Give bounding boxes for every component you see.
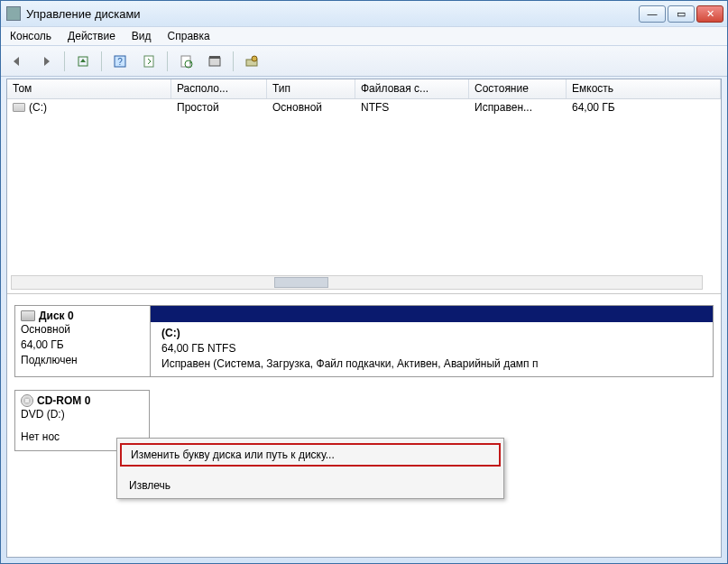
- disk-settings-icon: [244, 54, 259, 69]
- props-button[interactable]: [204, 51, 226, 72]
- disk-diagram: Диск 0 Основной 64,00 ГБ Подключен (C:) …: [7, 296, 721, 557]
- help-icon: ?: [113, 54, 127, 69]
- props-icon: [207, 54, 222, 69]
- minimize-button[interactable]: —: [639, 5, 666, 23]
- toolbar: ?: [1, 46, 727, 77]
- arrow-right-icon: [39, 54, 53, 69]
- menu-console[interactable]: Консоль: [10, 30, 51, 42]
- menu-action[interactable]: Действие: [68, 30, 115, 42]
- separator: [101, 51, 102, 71]
- col-fs[interactable]: Файловая с...: [355, 79, 469, 98]
- partition-volume: (C:): [161, 327, 180, 339]
- up-icon: [76, 54, 90, 69]
- refresh-list-button[interactable]: [138, 51, 160, 72]
- settings-button[interactable]: [241, 51, 263, 72]
- partition-header: [151, 306, 713, 322]
- separator: [167, 51, 168, 71]
- volume-status: Исправен...: [469, 101, 567, 117]
- disk-0-row[interactable]: Диск 0 Основной 64,00 ГБ Подключен (C:) …: [14, 305, 714, 377]
- partition-status: Исправен (Система, Загрузка, Файл подкач…: [161, 357, 538, 370]
- close-button[interactable]: ✕: [696, 5, 723, 23]
- menu-view[interactable]: Вид: [132, 30, 152, 42]
- menubar: Консоль Действие Вид Справка: [1, 26, 727, 46]
- volume-type: Основной: [267, 101, 355, 117]
- menu-help[interactable]: Справка: [168, 30, 210, 42]
- col-status[interactable]: Состояние: [469, 79, 567, 98]
- volume-list[interactable]: Том Располо... Тип Файловая с... Состоян…: [7, 79, 721, 294]
- forward-button[interactable]: [35, 51, 57, 72]
- separator: [233, 51, 234, 71]
- volume-fs: NTFS: [355, 101, 469, 117]
- svg-text:?: ?: [117, 57, 123, 67]
- svg-rect-7: [209, 56, 220, 59]
- sheet-refresh-icon: [142, 54, 156, 69]
- svg-rect-3: [144, 56, 153, 67]
- volume-capacity: 64,00 ГБ: [567, 101, 721, 117]
- context-menu: Изменить букву диска или путь к диску...…: [116, 438, 504, 499]
- arrow-left-icon: [10, 54, 24, 69]
- disk-0-partition[interactable]: (C:) 64,00 ГБ NTFS Исправен (Система, За…: [150, 305, 714, 377]
- list-header[interactable]: Том Располо... Тип Файловая с... Состоян…: [7, 79, 721, 99]
- volume-row[interactable]: (C:) Простой Основной NTFS Исправен... 6…: [7, 99, 721, 117]
- disk-management-window: Управление дисками — ▭ ✕ Консоль Действи…: [0, 0, 728, 564]
- disk-0-label[interactable]: Диск 0 Основной 64,00 ГБ Подключен: [14, 305, 150, 377]
- svg-rect-6: [209, 58, 220, 66]
- cd-icon: [21, 394, 33, 407]
- help-button[interactable]: ?: [109, 51, 131, 72]
- volume-name: (C:): [7, 101, 171, 117]
- volume-icon: [13, 103, 25, 112]
- h-scrollbar[interactable]: [11, 275, 703, 290]
- up-button[interactable]: [72, 51, 94, 72]
- svg-point-9: [252, 56, 257, 61]
- separator: [64, 51, 65, 71]
- back-button[interactable]: [6, 51, 28, 72]
- col-volume[interactable]: Том: [7, 79, 171, 98]
- window-title: Управление дисками: [26, 7, 639, 21]
- scroll-thumb[interactable]: [274, 277, 328, 288]
- partition-capacity: 64,00 ГБ NTFS: [161, 342, 235, 355]
- refresh-button[interactable]: [175, 51, 197, 72]
- ctx-change-drive-letter[interactable]: Изменить букву диска или путь к диску...: [120, 443, 501, 467]
- col-capacity[interactable]: Емкость: [567, 79, 721, 98]
- titlebar[interactable]: Управление дисками — ▭ ✕: [1, 1, 727, 26]
- refresh-icon: [179, 54, 193, 69]
- col-layout[interactable]: Располо...: [171, 79, 267, 98]
- ctx-eject[interactable]: Извлечь: [120, 476, 501, 495]
- app-icon: [6, 6, 21, 21]
- col-type[interactable]: Тип: [267, 79, 355, 98]
- disk-icon: [21, 310, 35, 321]
- volume-layout: Простой: [171, 101, 267, 117]
- maximize-button[interactable]: ▭: [668, 5, 695, 23]
